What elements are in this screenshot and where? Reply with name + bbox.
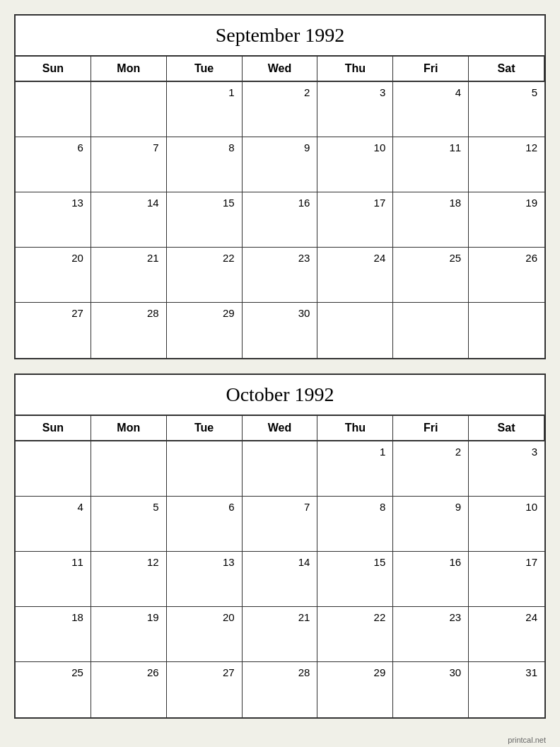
day-cell: 26 — [469, 248, 544, 303]
header-thu: Thu — [317, 416, 393, 441]
day-number: 28 — [95, 306, 162, 319]
day-number: 10 — [322, 140, 388, 154]
day-cell: 13 — [167, 552, 243, 607]
day-cell: 10 — [469, 497, 544, 552]
october-title: October 1992 — [16, 375, 544, 416]
day-cell: 1 — [167, 82, 243, 137]
day-cell: 29 — [317, 662, 393, 717]
day-cell: 12 — [91, 552, 167, 607]
day-cell: 14 — [243, 552, 318, 607]
day-number: 21 — [247, 610, 313, 623]
day-number: 16 — [247, 195, 313, 209]
header-sun: Sun — [16, 416, 91, 441]
day-cell: 17 — [317, 192, 393, 248]
day-number: 17 — [473, 555, 540, 568]
day-cell: 12 — [469, 137, 544, 192]
day-cell: 30 — [393, 662, 469, 717]
day-number: 26 — [473, 250, 540, 264]
day-cell — [393, 303, 469, 358]
day-cell: 18 — [393, 192, 469, 248]
day-number: 5 — [95, 499, 162, 513]
day-number: 30 — [247, 306, 313, 319]
day-cell: 24 — [317, 248, 393, 303]
day-cell: 15 — [317, 552, 393, 607]
day-number: 13 — [171, 555, 238, 568]
day-number: 7 — [95, 140, 162, 154]
day-number: 11 — [20, 555, 86, 568]
header-mon: Mon — [91, 416, 167, 441]
day-number: 7 — [247, 499, 313, 513]
september-calendar: September 1992 Sun Mon Tue Wed Thu Fri S… — [14, 14, 546, 359]
day-cell: 20 — [16, 248, 91, 303]
day-cell — [91, 82, 167, 137]
day-number: 2 — [247, 85, 313, 98]
day-number: 24 — [473, 610, 540, 623]
day-number: 20 — [20, 250, 86, 264]
day-cell — [91, 441, 167, 497]
day-number: 30 — [397, 665, 464, 678]
day-cell: 11 — [16, 552, 91, 607]
day-number: 21 — [95, 250, 162, 264]
day-cell: 7 — [91, 137, 167, 192]
day-cell — [469, 303, 544, 358]
day-number: 28 — [247, 665, 313, 678]
day-cell: 8 — [317, 497, 393, 552]
day-cell — [243, 441, 318, 497]
day-cell: 29 — [167, 303, 243, 358]
day-number: 5 — [473, 85, 540, 98]
day-number: 8 — [322, 499, 388, 513]
day-number: 18 — [397, 195, 464, 209]
header-sat: Sat — [469, 57, 544, 82]
day-number: 20 — [171, 610, 238, 623]
calendars-container: September 1992 Sun Mon Tue Wed Thu Fri S… — [14, 14, 546, 744]
header-sat: Sat — [469, 416, 544, 441]
day-number: 19 — [95, 610, 162, 623]
day-cell: 25 — [393, 248, 469, 303]
header-fri: Fri — [393, 57, 469, 82]
day-cell: 22 — [167, 248, 243, 303]
day-cell: 18 — [16, 607, 91, 662]
day-cell: 21 — [91, 248, 167, 303]
day-cell — [16, 441, 91, 497]
day-number: 31 — [473, 665, 540, 678]
day-number: 14 — [247, 555, 313, 568]
day-cell: 7 — [243, 497, 318, 552]
day-cell: 21 — [243, 607, 318, 662]
day-number: 6 — [20, 140, 86, 154]
day-cell: 23 — [393, 607, 469, 662]
day-number: 12 — [95, 555, 162, 568]
day-number: 27 — [20, 306, 86, 319]
day-cell — [167, 441, 243, 497]
day-number: 12 — [473, 140, 540, 154]
day-number: 4 — [397, 85, 464, 98]
day-number: 29 — [322, 665, 388, 678]
day-cell — [16, 82, 91, 137]
day-number: 18 — [20, 610, 86, 623]
september-grid: Sun Mon Tue Wed Thu Fri Sat 1 2 3 4 5 6 … — [16, 57, 544, 358]
day-number: 29 — [171, 306, 238, 319]
day-cell: 27 — [167, 662, 243, 717]
day-cell: 27 — [16, 303, 91, 358]
day-cell: 14 — [91, 192, 167, 248]
day-number: 10 — [473, 499, 540, 513]
day-number: 17 — [322, 195, 388, 209]
day-cell: 28 — [243, 662, 318, 717]
day-number: 3 — [322, 85, 388, 98]
header-tue: Tue — [167, 57, 243, 82]
day-number: 8 — [171, 140, 238, 154]
day-number: 25 — [397, 250, 464, 264]
day-cell: 19 — [469, 192, 544, 248]
day-cell: 20 — [167, 607, 243, 662]
header-fri: Fri — [393, 416, 469, 441]
day-cell: 31 — [469, 662, 544, 717]
day-number: 13 — [20, 195, 86, 209]
header-wed: Wed — [243, 416, 318, 441]
day-cell: 22 — [317, 607, 393, 662]
day-cell: 24 — [469, 607, 544, 662]
day-cell: 1 — [317, 441, 393, 497]
day-number: 1 — [322, 444, 388, 458]
october-calendar: October 1992 Sun Mon Tue Wed Thu Fri Sat… — [14, 374, 546, 719]
day-number: 23 — [397, 610, 464, 623]
day-number: 4 — [20, 499, 86, 513]
day-number: 6 — [171, 499, 238, 513]
